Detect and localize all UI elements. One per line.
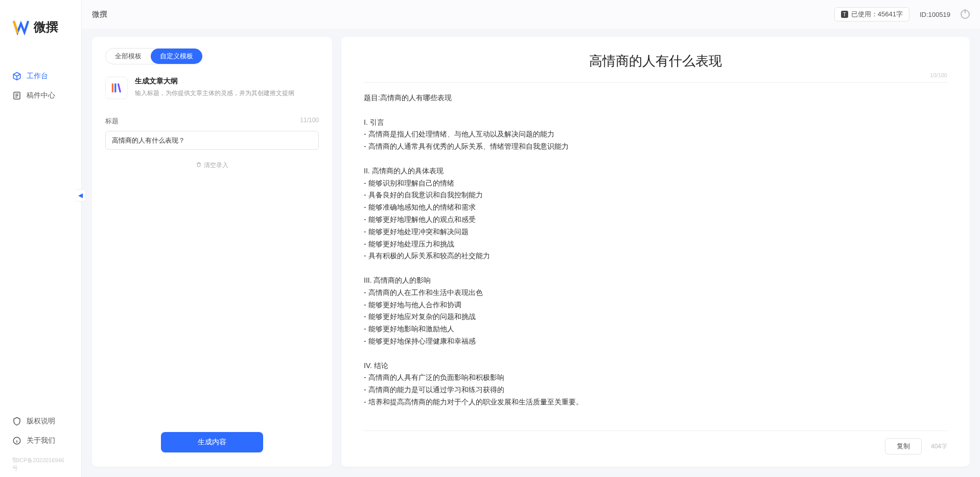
- topbar-right: T 已使用：45641字 ID:100519: [834, 7, 970, 21]
- sidebar-item-drafts[interactable]: 稿件中心: [0, 86, 81, 105]
- sidebar-item-label: 稿件中心: [27, 91, 55, 100]
- template-desc: 输入标题，为你提供文章主体的灵感，并为其创建推文提纲: [135, 89, 294, 98]
- copy-button[interactable]: 复制: [885, 438, 922, 455]
- chevron-left-icon: ◀: [78, 192, 83, 199]
- sidebar-item-label: 工作台: [27, 72, 48, 81]
- tab-custom-templates[interactable]: 自定义模板: [151, 49, 202, 64]
- divider: [364, 82, 947, 83]
- icp-text: 鄂ICP备2022016946号: [0, 457, 81, 477]
- sidebar-item-about[interactable]: 关于我们: [12, 431, 69, 450]
- usage-pill[interactable]: T 已使用：45641字: [834, 7, 909, 21]
- document-icon: [12, 91, 21, 100]
- field-label: 标题: [105, 117, 119, 126]
- cube-icon: [12, 72, 21, 81]
- clear-label: 清空录入: [204, 161, 228, 170]
- right-panel: 高情商的人有什么表现 10/100 题目:高情商的人有哪些表现 I. 引言 - …: [341, 37, 970, 467]
- template-title: 生成文章大纲: [135, 77, 294, 86]
- topbar: 微撰 T 已使用：45641字 ID:100519: [82, 0, 980, 29]
- title-input[interactable]: [105, 131, 319, 150]
- text-icon: T: [841, 11, 848, 18]
- left-panel: 全部模板 自定义模板 生成文章大纲 输入标题，为你提供文章主体的灵感，并为其创建…: [92, 37, 332, 467]
- sidebar-bottom: 版权说明 关于我们: [0, 412, 81, 457]
- shield-icon: [12, 417, 21, 426]
- doc-footer: 复制 404字: [364, 430, 947, 455]
- sidebar-item-copyright[interactable]: 版权说明: [12, 412, 69, 431]
- logo-icon: [12, 18, 30, 36]
- page-title: 微撰: [92, 10, 107, 19]
- sidebar-item-label: 版权说明: [27, 417, 55, 426]
- field-label-row: 标题 11/100: [105, 117, 319, 126]
- sidebar-item-label: 关于我们: [27, 436, 55, 445]
- power-icon[interactable]: [961, 10, 970, 19]
- sidebar-item-workspace[interactable]: 工作台: [0, 66, 81, 86]
- usage-text: 已使用：45641字: [851, 10, 903, 19]
- sidebar-collapse-button[interactable]: ◀: [76, 189, 86, 201]
- tab-all-templates[interactable]: 全部模板: [106, 49, 151, 64]
- generate-button[interactable]: 生成内容: [161, 432, 263, 452]
- logo: 微撰: [0, 0, 81, 46]
- template-tabs: 全部模板 自定义模板: [105, 48, 203, 64]
- doc-title: 高情商的人有什么表现: [364, 52, 947, 70]
- template-card: 生成文章大纲 输入标题，为你提供文章主体的灵感，并为其创建推文提纲: [105, 77, 319, 99]
- workspace: 全部模板 自定义模板 生成文章大纲 输入标题，为你提供文章主体的灵感，并为其创建…: [82, 29, 980, 477]
- template-icon: [105, 77, 128, 99]
- doc-title-count: 10/100: [364, 72, 947, 78]
- sidebar-nav: 工作台 稿件中心: [0, 46, 81, 412]
- field-count: 11/100: [300, 117, 319, 126]
- clear-button[interactable]: 清空录入: [196, 161, 228, 170]
- trash-icon: [196, 162, 202, 169]
- brand-name: 微撰: [34, 19, 58, 35]
- word-count: 404字: [931, 442, 947, 451]
- sidebar: 微撰 工作台 稿件中心 版权说明 关于我们 鄂ICP备: [0, 0, 82, 477]
- user-id: ID:100519: [920, 11, 950, 18]
- doc-body: 题目:高情商的人有哪些表现 I. 引言 - 高情商是指人们处理情绪、与他人互动以…: [364, 92, 947, 408]
- info-icon: [12, 436, 21, 445]
